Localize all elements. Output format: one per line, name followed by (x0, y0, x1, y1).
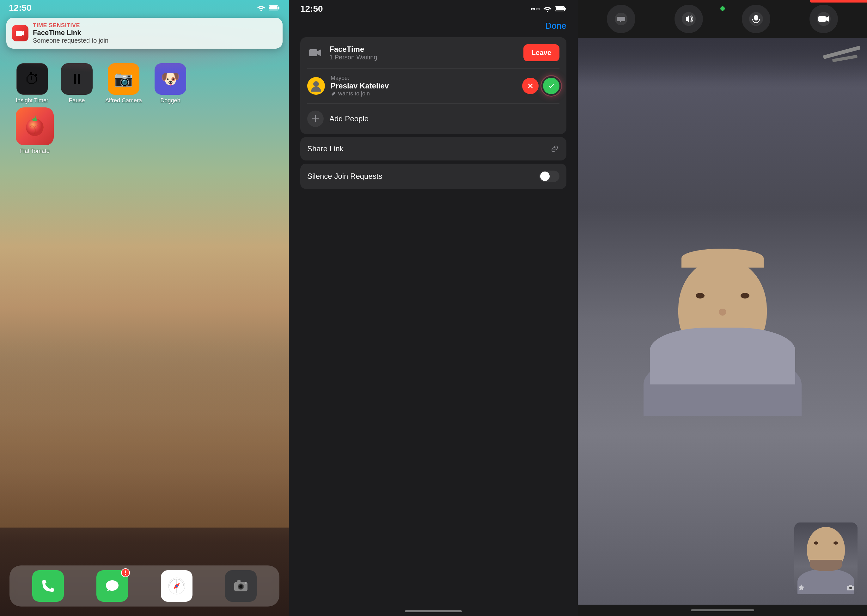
add-circle-icon (307, 110, 324, 127)
video-camera-icon (309, 48, 322, 58)
person-face-container (644, 239, 802, 416)
message-ctrl-icon (614, 12, 628, 26)
status-icons (256, 5, 280, 11)
ft-wants-to-join: wants to join (330, 90, 516, 97)
svg-point-7 (176, 585, 178, 587)
leave-button[interactable]: Leave (523, 44, 559, 61)
share-link-icon (550, 144, 559, 154)
person-silhouette-icon (310, 80, 323, 92)
app-row: ⏱ Insight Timer ⏸ Pause 📷 Alfred Camera … (16, 63, 186, 104)
camera-icon (232, 577, 249, 594)
flat-tomato-label: Flat Tomato (20, 148, 50, 154)
svg-rect-21 (309, 49, 317, 56)
dock-camera[interactable] (225, 570, 256, 602)
svg-rect-26 (754, 15, 758, 20)
status-bar: 12:50 (0, 0, 289, 16)
alfred-camera-label: Alfred Camera (105, 97, 142, 104)
mic-ctrl-icon (748, 11, 764, 27)
svg-point-15 (533, 8, 535, 10)
svg-point-14 (531, 8, 533, 10)
ft-done-row: Done (289, 18, 578, 37)
flat-tomato-icon (16, 107, 54, 145)
star-icon (798, 584, 805, 591)
small-face-head (807, 527, 845, 571)
signal-dots-icon (530, 6, 540, 11)
dock-safari[interactable] (161, 570, 192, 602)
ft-person-info: Maybe: Preslav Kateliev wants to join (330, 75, 516, 97)
reject-button[interactable] (522, 78, 538, 94)
camera-icon-container[interactable] (847, 584, 854, 592)
app-insight-timer[interactable]: ⏱ Insight Timer (16, 63, 48, 104)
safari-icon (167, 577, 186, 596)
call-home-indicator-bar (578, 605, 867, 616)
accept-button[interactable] (543, 78, 559, 94)
done-button[interactable]: Done (545, 21, 566, 31)
facetime-icon (15, 28, 25, 38)
call-green-dot (720, 6, 725, 11)
svg-rect-12 (238, 580, 241, 583)
home-indicator (405, 610, 462, 612)
notif-title: FaceTime Link (33, 29, 277, 37)
call-speaker-button[interactable] (675, 5, 703, 33)
app-alfred-camera[interactable]: 📷 Alfred Camera (105, 63, 142, 104)
link-icon (330, 91, 336, 97)
svg-point-16 (536, 8, 538, 10)
ft-add-people-row[interactable]: Add People (300, 104, 566, 134)
right-eye (741, 293, 749, 299)
notif-body: Someone requested to join (33, 37, 277, 44)
battery-icon (269, 5, 280, 11)
camera-ctrl-icon (816, 11, 832, 27)
self-view-inner (794, 522, 858, 595)
call-message-button[interactable] (607, 5, 635, 33)
notification-banner[interactable]: TIME SENSITIVE FaceTime Link Someone req… (6, 18, 283, 49)
ft-facetime-info: FaceTime 1 Person Waiting (329, 45, 518, 61)
doggeh-label: Doggeh (160, 97, 181, 104)
plus-icon (311, 114, 320, 123)
ft-person-name: Preslav Kateliev (330, 82, 516, 90)
call-camera-button[interactable] (809, 5, 838, 33)
dock-messages[interactable]: ! (96, 570, 128, 602)
small-torso (798, 569, 854, 594)
pause-label: Pause (69, 97, 85, 104)
room-ceiling (578, 38, 867, 88)
small-left-eye (814, 541, 818, 545)
star-icon-container (798, 584, 805, 592)
wifi-icon (256, 5, 266, 11)
self-view-camera-icon (847, 584, 854, 591)
dock-phone[interactable] (32, 570, 64, 602)
pause-icon: ⏸ (61, 63, 93, 95)
ft-silence-card[interactable]: Silence Join Requests (300, 163, 566, 189)
call-mic-button[interactable] (742, 5, 770, 33)
svg-point-13 (245, 582, 247, 584)
app-flat-tomato[interactable]: Flat Tomato (16, 107, 54, 154)
ft-video-icon (307, 44, 324, 61)
ft-wifi-icon (543, 6, 552, 12)
dock: ! (9, 566, 279, 607)
app-pause[interactable]: ⏸ Pause (61, 63, 93, 104)
app-doggeh[interactable]: 🐶 Doggeh (154, 63, 186, 104)
facetime-call-management: 12:50 Done (289, 0, 578, 616)
ft-battery-icon (555, 6, 566, 12)
nose (719, 309, 726, 316)
ft-status-icons (530, 6, 566, 12)
ft-person-waiting-row: Maybe: Preslav Kateliev wants to join (300, 69, 566, 103)
ft-participants-card: FaceTime 1 Person Waiting Leave Maybe: (300, 37, 566, 134)
ft-facetime-row: FaceTime 1 Person Waiting Leave (300, 37, 566, 68)
tshirt (650, 328, 795, 385)
add-people-label: Add People (329, 114, 368, 123)
svg-rect-20 (565, 8, 566, 10)
speaker-ctrl-icon (681, 11, 697, 27)
phone-icon (40, 578, 56, 594)
x-icon (527, 82, 534, 90)
notif-facetime-icon (12, 25, 28, 41)
ft-share-link-card[interactable]: Share Link (300, 137, 566, 160)
messages-badge: ! (121, 568, 130, 577)
silence-toggle[interactable] (539, 171, 559, 182)
svg-rect-2 (278, 7, 279, 9)
self-face-container (798, 527, 854, 594)
svg-point-22 (313, 81, 319, 87)
ft-person-waiting: 1 Person Waiting (329, 54, 518, 61)
ft-time: 12:50 (300, 4, 323, 14)
svg-point-29 (849, 587, 852, 589)
silence-label: Silence Join Requests (307, 172, 382, 181)
